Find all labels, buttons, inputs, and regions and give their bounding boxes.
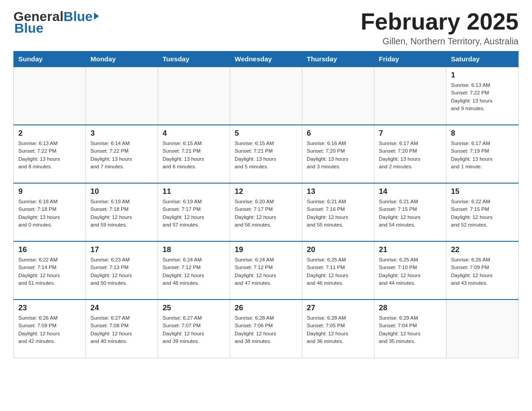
col-sunday: Sunday xyxy=(14,51,86,67)
day-info: Sunrise: 6:19 AM Sunset: 7:17 PM Dayligh… xyxy=(163,198,225,229)
day-number: 11 xyxy=(163,187,225,196)
day-info: Sunrise: 6:13 AM Sunset: 7:22 PM Dayligh… xyxy=(18,140,81,171)
calendar-cell: 17Sunrise: 6:23 AM Sunset: 7:13 PM Dayli… xyxy=(86,241,158,300)
day-number: 7 xyxy=(379,129,442,138)
calendar-cell: 13Sunrise: 6:21 AM Sunset: 7:16 PM Dayli… xyxy=(302,183,374,241)
calendar-cell: 10Sunrise: 6:19 AM Sunset: 7:18 PM Dayli… xyxy=(86,183,158,241)
day-number: 18 xyxy=(163,245,225,254)
logo: GeneralBlue Blue xyxy=(13,9,99,36)
calendar-cell xyxy=(14,67,86,125)
col-tuesday: Tuesday xyxy=(158,51,230,67)
day-info: Sunrise: 6:29 AM Sunset: 7:04 PM Dayligh… xyxy=(379,314,442,345)
day-info: Sunrise: 6:26 AM Sunset: 7:09 PM Dayligh… xyxy=(451,256,514,287)
calendar-cell: 14Sunrise: 6:21 AM Sunset: 7:15 PM Dayli… xyxy=(374,183,446,241)
day-number: 24 xyxy=(90,304,153,313)
day-number: 17 xyxy=(90,245,153,254)
calendar-cell: 15Sunrise: 6:22 AM Sunset: 7:15 PM Dayli… xyxy=(446,183,519,241)
calendar-cell: 28Sunrise: 6:29 AM Sunset: 7:04 PM Dayli… xyxy=(374,300,446,358)
day-info: Sunrise: 6:17 AM Sunset: 7:19 PM Dayligh… xyxy=(451,140,514,171)
calendar-cell: 16Sunrise: 6:22 AM Sunset: 7:14 PM Dayli… xyxy=(14,241,86,300)
day-number: 26 xyxy=(235,304,297,313)
calendar-cell: 8Sunrise: 6:17 AM Sunset: 7:19 PM Daylig… xyxy=(446,125,519,183)
day-info: Sunrise: 6:28 AM Sunset: 7:06 PM Dayligh… xyxy=(235,314,297,345)
day-info: Sunrise: 6:19 AM Sunset: 7:18 PM Dayligh… xyxy=(90,198,153,229)
calendar-week-row: 1Sunrise: 6:13 AM Sunset: 7:22 PM Daylig… xyxy=(14,67,519,125)
calendar-cell: 2Sunrise: 6:13 AM Sunset: 7:22 PM Daylig… xyxy=(14,125,86,183)
month-title: February 2025 xyxy=(360,9,519,34)
day-info: Sunrise: 6:27 AM Sunset: 7:07 PM Dayligh… xyxy=(163,314,225,345)
calendar-cell: 22Sunrise: 6:26 AM Sunset: 7:09 PM Dayli… xyxy=(446,241,519,300)
logo-blue-underline: Blue xyxy=(13,21,43,36)
day-number: 6 xyxy=(307,129,369,138)
col-monday: Monday xyxy=(86,51,158,67)
calendar-week-row: 2Sunrise: 6:13 AM Sunset: 7:22 PM Daylig… xyxy=(14,125,519,183)
calendar-cell: 4Sunrise: 6:15 AM Sunset: 7:21 PM Daylig… xyxy=(158,125,230,183)
calendar-cell: 19Sunrise: 6:24 AM Sunset: 7:12 PM Dayli… xyxy=(230,241,302,300)
day-number: 16 xyxy=(18,245,81,254)
calendar-cell: 3Sunrise: 6:14 AM Sunset: 7:22 PM Daylig… xyxy=(86,125,158,183)
calendar-cell: 5Sunrise: 6:15 AM Sunset: 7:21 PM Daylig… xyxy=(230,125,302,183)
day-info: Sunrise: 6:28 AM Sunset: 7:05 PM Dayligh… xyxy=(307,314,369,345)
calendar-cell xyxy=(230,67,302,125)
day-number: 1 xyxy=(451,71,514,80)
calendar-cell: 24Sunrise: 6:27 AM Sunset: 7:08 PM Dayli… xyxy=(86,300,158,358)
day-number: 28 xyxy=(379,304,442,313)
logo-triangle-icon xyxy=(94,13,99,20)
day-info: Sunrise: 6:14 AM Sunset: 7:22 PM Dayligh… xyxy=(90,140,153,171)
day-number: 4 xyxy=(163,129,225,138)
day-number: 3 xyxy=(90,129,153,138)
day-info: Sunrise: 6:15 AM Sunset: 7:21 PM Dayligh… xyxy=(163,140,225,171)
day-info: Sunrise: 6:18 AM Sunset: 7:18 PM Dayligh… xyxy=(18,198,81,229)
calendar-week-row: 23Sunrise: 6:26 AM Sunset: 7:09 PM Dayli… xyxy=(14,300,519,358)
calendar-cell: 6Sunrise: 6:16 AM Sunset: 7:20 PM Daylig… xyxy=(302,125,374,183)
col-saturday: Saturday xyxy=(446,51,519,67)
day-number: 19 xyxy=(235,245,297,254)
col-wednesday: Wednesday xyxy=(230,51,302,67)
calendar-cell: 7Sunrise: 6:17 AM Sunset: 7:20 PM Daylig… xyxy=(374,125,446,183)
calendar-cell: 18Sunrise: 6:24 AM Sunset: 7:12 PM Dayli… xyxy=(158,241,230,300)
day-info: Sunrise: 6:23 AM Sunset: 7:13 PM Dayligh… xyxy=(90,256,153,287)
day-number: 22 xyxy=(451,245,514,254)
calendar-cell: 1Sunrise: 6:13 AM Sunset: 7:22 PM Daylig… xyxy=(446,67,519,125)
calendar-cell: 20Sunrise: 6:25 AM Sunset: 7:11 PM Dayli… xyxy=(302,241,374,300)
day-info: Sunrise: 6:26 AM Sunset: 7:09 PM Dayligh… xyxy=(18,314,81,345)
calendar-cell: 11Sunrise: 6:19 AM Sunset: 7:17 PM Dayli… xyxy=(158,183,230,241)
day-info: Sunrise: 6:17 AM Sunset: 7:20 PM Dayligh… xyxy=(379,140,442,171)
day-number: 10 xyxy=(90,187,153,196)
calendar-cell xyxy=(86,67,158,125)
day-number: 27 xyxy=(307,304,369,313)
calendar-cell: 23Sunrise: 6:26 AM Sunset: 7:09 PM Dayli… xyxy=(14,300,86,358)
day-info: Sunrise: 6:22 AM Sunset: 7:14 PM Dayligh… xyxy=(18,256,81,287)
calendar-cell xyxy=(446,300,519,358)
title-block: February 2025 Gillen, Northern Territory… xyxy=(360,9,519,47)
day-info: Sunrise: 6:21 AM Sunset: 7:15 PM Dayligh… xyxy=(379,198,442,229)
day-info: Sunrise: 6:24 AM Sunset: 7:12 PM Dayligh… xyxy=(163,256,225,287)
day-info: Sunrise: 6:15 AM Sunset: 7:21 PM Dayligh… xyxy=(235,140,297,171)
calendar-week-row: 16Sunrise: 6:22 AM Sunset: 7:14 PM Dayli… xyxy=(14,241,519,300)
day-number: 8 xyxy=(451,129,514,138)
day-number: 2 xyxy=(18,129,81,138)
day-info: Sunrise: 6:25 AM Sunset: 7:11 PM Dayligh… xyxy=(307,256,369,287)
col-friday: Friday xyxy=(374,51,446,67)
calendar-table: Sunday Monday Tuesday Wednesday Thursday… xyxy=(13,51,519,358)
calendar-cell: 27Sunrise: 6:28 AM Sunset: 7:05 PM Dayli… xyxy=(302,300,374,358)
day-number: 20 xyxy=(307,245,369,254)
location-subtitle: Gillen, Northern Territory, Australia xyxy=(360,36,519,47)
calendar-cell: 21Sunrise: 6:25 AM Sunset: 7:10 PM Dayli… xyxy=(374,241,446,300)
day-number: 21 xyxy=(379,245,442,254)
day-info: Sunrise: 6:25 AM Sunset: 7:10 PM Dayligh… xyxy=(379,256,442,287)
col-thursday: Thursday xyxy=(302,51,374,67)
day-info: Sunrise: 6:24 AM Sunset: 7:12 PM Dayligh… xyxy=(235,256,297,287)
calendar-cell xyxy=(374,67,446,125)
day-number: 23 xyxy=(18,304,81,313)
day-info: Sunrise: 6:21 AM Sunset: 7:16 PM Dayligh… xyxy=(307,198,369,229)
calendar-cell: 12Sunrise: 6:20 AM Sunset: 7:17 PM Dayli… xyxy=(230,183,302,241)
page-header: GeneralBlue Blue February 2025 Gillen, N… xyxy=(13,9,519,47)
day-number: 25 xyxy=(163,304,225,313)
day-number: 13 xyxy=(307,187,369,196)
calendar-header-row: Sunday Monday Tuesday Wednesday Thursday… xyxy=(14,51,519,67)
day-number: 14 xyxy=(379,187,442,196)
day-info: Sunrise: 6:22 AM Sunset: 7:15 PM Dayligh… xyxy=(451,198,514,229)
calendar-cell: 9Sunrise: 6:18 AM Sunset: 7:18 PM Daylig… xyxy=(14,183,86,241)
day-info: Sunrise: 6:27 AM Sunset: 7:08 PM Dayligh… xyxy=(90,314,153,345)
